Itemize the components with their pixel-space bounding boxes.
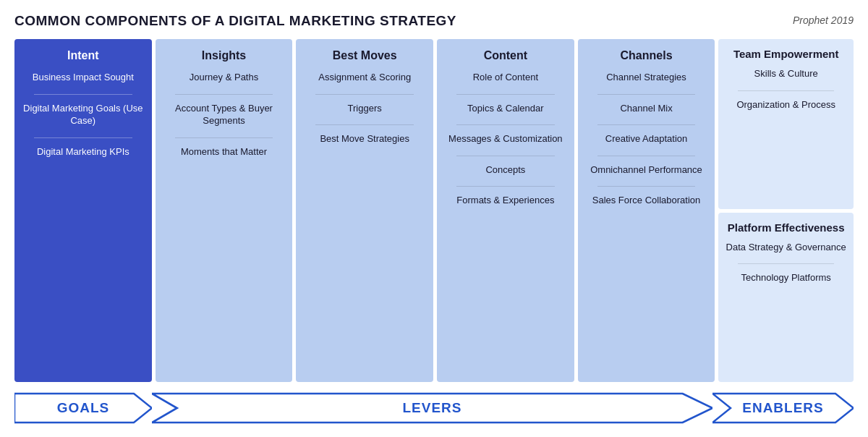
main-title: COMMON COMPONENTS OF A DIGITAL MARKETING…	[14, 13, 456, 29]
col-channels: Channels Channel Strategies Channel Mix …	[578, 39, 715, 382]
col-insights-item-2: Moments that Matter	[181, 145, 267, 158]
divider-1	[34, 94, 132, 95]
arrow-goals-block: GOALS	[14, 391, 152, 425]
divider-ins-2	[175, 137, 273, 138]
divider-c-4	[456, 186, 555, 187]
col-intent-item-1: Digital Marketing Goals (Use Case)	[22, 102, 145, 127]
col-content-item-0: Role of Content	[473, 71, 538, 84]
arrow-enablers-shape: ENABLERS	[712, 391, 854, 425]
col-best-moves-item-1: Triggers	[348, 102, 382, 115]
divider-ins-1	[175, 94, 273, 95]
col-insights: Insights Journey & Paths Account Types &…	[156, 39, 293, 382]
divider-ch-3	[597, 156, 696, 156]
col-platform-header: Platform Effectiveness	[728, 221, 845, 234]
col-content-header: Content	[484, 49, 527, 62]
divider-c-3	[456, 156, 555, 156]
col-content-item-1: Topics & Calendar	[467, 102, 544, 115]
divider-ch-1	[597, 94, 696, 95]
arrow-enablers-label: ENABLERS	[742, 400, 824, 416]
divider-pe-1	[738, 263, 834, 264]
divider-ch-4	[597, 186, 696, 187]
col-intent-item-0: Business Impact Sought	[33, 71, 134, 84]
col-channels-item-4: Sales Force Collaboration	[592, 194, 701, 207]
brand-label: Prophet 2019	[793, 14, 854, 26]
col-insights-item-0: Journey & Paths	[190, 71, 258, 84]
col-intent-header: Intent	[67, 49, 99, 62]
arrow-levers-label: LEVERS	[402, 400, 461, 416]
arrow-levers-block: LEVERS	[152, 391, 712, 425]
col-team-header: Team Empowerment	[733, 48, 839, 60]
arrow-enablers-block: ENABLERS	[712, 391, 854, 425]
divider-c-1	[456, 94, 555, 95]
col-insights-header: Insights	[202, 49, 246, 62]
divider-bm-1	[315, 94, 414, 95]
arrow-goals-shape: GOALS	[14, 391, 152, 425]
divider-bm-2	[315, 124, 414, 125]
col-channels-item-2: Creative Adaptation	[605, 132, 687, 145]
col-right: Team Empowerment Skills & Culture Organi…	[718, 39, 854, 382]
header-row: COMMON COMPONENTS OF A DIGITAL MARKETING…	[14, 13, 854, 29]
col-team-empowerment: Team Empowerment Skills & Culture Organi…	[718, 39, 854, 209]
col-platform-effectiveness: Platform Effectiveness Data Strategy & G…	[718, 213, 854, 383]
arrow-levers-shape: LEVERS	[152, 391, 712, 425]
col-best-moves-item-0: Assignment & Scoring	[318, 71, 411, 84]
col-content-item-2: Messages & Customization	[448, 132, 563, 145]
col-channels-item-1: Channel Mix	[620, 102, 672, 115]
col-best-moves-header: Best Moves	[333, 49, 397, 62]
col-team-item-0: Skills & Culture	[754, 67, 818, 80]
col-content-item-4: Formats & Experiences	[456, 194, 554, 207]
col-platform-item-0: Data Strategy & Governance	[726, 241, 846, 254]
col-content: Content Role of Content Topics & Calenda…	[437, 39, 574, 382]
col-insights-item-1: Account Types & Buyer Segments	[163, 102, 286, 127]
col-intent: Intent Business Impact Sought Digital Ma…	[14, 39, 152, 382]
divider-2	[34, 137, 132, 138]
arrows-row: GOALS LEVERS ENABLERS	[14, 389, 854, 427]
col-best-moves-item-2: Best Move Strategies	[320, 132, 409, 145]
col-channels-header: Channels	[621, 49, 673, 62]
col-content-item-3: Concepts	[485, 164, 525, 177]
divider-te-1	[738, 90, 834, 91]
col-intent-item-2: Digital Marketing KPIs	[37, 145, 129, 158]
columns-row: Intent Business Impact Sought Digital Ma…	[14, 39, 854, 382]
col-platform-item-1: Technology Platforms	[741, 271, 831, 284]
page-container: COMMON COMPONENTS OF A DIGITAL MARKETING…	[0, 0, 868, 437]
col-channels-item-3: Omnichannel Performance	[590, 164, 702, 177]
col-team-item-1: Organization & Process	[736, 98, 835, 111]
col-channels-item-0: Channel Strategies	[606, 71, 686, 84]
divider-ch-2	[597, 124, 696, 125]
arrow-goals-label: GOALS	[57, 400, 110, 416]
col-best-moves: Best Moves Assignment & Scoring Triggers…	[296, 39, 433, 382]
divider-c-2	[456, 124, 555, 125]
